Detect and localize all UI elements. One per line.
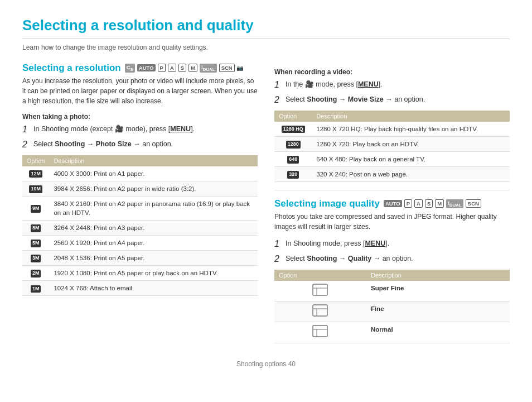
- mode-m: M: [188, 64, 197, 72]
- option-icon: 1M: [22, 281, 49, 296]
- option-icon: 8M: [22, 220, 49, 235]
- option-icon: 10M: [22, 181, 49, 196]
- video-mode-icon-2: 🎥: [305, 80, 314, 88]
- option-desc: 3984 X 2656: Print on A2 paper in wide r…: [49, 181, 258, 196]
- mode-icons-quality: AUTO P A S M iDUAL SCN: [383, 199, 482, 208]
- page-title: Selecting a resolution and quality: [22, 17, 510, 39]
- quality-title-text: Selecting image quality: [274, 198, 380, 209]
- table-row: 1280 1280 X 720: Play back on an HDTV.: [274, 136, 510, 151]
- photo-table-col1: Option: [22, 155, 49, 166]
- quality-mode-p: P: [404, 199, 412, 208]
- photo-table-col2: Description: [49, 155, 258, 166]
- option-icon: 1280 HQ: [274, 122, 312, 137]
- quality-mode-a: A: [414, 199, 423, 208]
- option-icon: [274, 322, 366, 343]
- video-step-num-2: 2: [274, 94, 282, 106]
- video-step-text-1: In the 🎥 mode, press [MENU].: [286, 79, 383, 90]
- resolution-section-title: Selecting a resolution CS AUTO P A S M i…: [22, 63, 258, 74]
- quality-mode-s: S: [425, 199, 433, 208]
- option-desc: 1920 X 1080: Print on A5 paper or play b…: [49, 266, 258, 281]
- svg-rect-3: [313, 305, 327, 316]
- option-desc: 640 X 480: Play back on a general TV.: [312, 151, 510, 166]
- quality-step-text-1: In Shooting mode, press [MENU].: [286, 238, 389, 249]
- page-footer: Shooting options 40: [22, 360, 510, 368]
- option-desc: 1024 X 768: Attach to email.: [49, 281, 258, 296]
- photo-step-2: 2 Select Shooting → Photo Size → an opti…: [22, 139, 258, 151]
- menu-key-1: MENU: [170, 125, 191, 133]
- option-desc: 3840 X 2160: Print on A2 paper in panora…: [49, 196, 258, 220]
- mode-icons-resolution: CS AUTO P A S M iDUAL SCN 📷: [124, 64, 243, 73]
- table-row: Super Fine: [274, 281, 510, 302]
- option-desc: Normal: [366, 322, 510, 343]
- option-icon: [274, 281, 366, 302]
- photo-heading: When taking a photo:: [22, 113, 258, 121]
- svg-rect-6: [313, 326, 327, 337]
- option-icon: 3M: [22, 251, 49, 266]
- mode-cs: CS: [125, 64, 135, 73]
- option-desc: 320 X 240: Post on a web page.: [312, 166, 510, 181]
- quality-table: Option Description Super Fine: [274, 270, 510, 343]
- option-icon: 640: [274, 151, 312, 166]
- option-desc: 3264 X 2448: Print on A3 paper.: [49, 220, 258, 235]
- quality-step-1: 1 In Shooting mode, press [MENU].: [274, 238, 510, 250]
- option-desc: 4000 X 3000: Print on A1 paper.: [49, 166, 258, 181]
- step-text-1: In Shooting mode (except 🎥 mode), press …: [33, 124, 195, 135]
- video-step-num-1: 1: [274, 79, 282, 91]
- quality-step-num-2: 2: [274, 253, 282, 265]
- option-desc: Fine: [366, 301, 510, 322]
- option-icon: 1280: [274, 136, 312, 151]
- left-column: Selecting a resolution CS AUTO P A S M i…: [22, 63, 258, 349]
- table-row: 1280 HQ 1280 X 720 HQ: Play back high-qu…: [274, 122, 510, 137]
- option-icon: 5M: [22, 236, 49, 251]
- quality-step-2: 2 Select Shooting → Quality → an option.: [274, 253, 510, 265]
- table-row: 9M 3840 X 2160: Print on A2 paper in pan…: [22, 196, 258, 220]
- menu-key-quality-1: MENU: [365, 240, 385, 247]
- step-num-2: 2: [22, 139, 30, 151]
- mode-extra-icon: 📷: [236, 65, 243, 71]
- table-row: 320 320 X 240: Post on a web page.: [274, 166, 510, 181]
- video-step-1: 1 In the 🎥 mode, press [MENU].: [274, 79, 510, 91]
- quality-table-col1: Option: [274, 270, 366, 281]
- section-divider: [274, 190, 510, 190]
- quality-step-text-2: Select Shooting → Quality → an option.: [286, 253, 413, 264]
- table-row: 640 640 X 480: Play back on a general TV…: [274, 151, 510, 166]
- video-table-col2: Description: [312, 111, 510, 122]
- quality-step-num-1: 1: [274, 238, 282, 250]
- table-row: 5M 2560 X 1920: Print on A4 paper.: [22, 236, 258, 251]
- quality-section-title: Selecting image quality AUTO P A S M iDU…: [274, 198, 510, 209]
- video-step-2: 2 Select Shooting → Movie Size → an opti…: [274, 94, 510, 106]
- page-container: Selecting a resolution and quality Learn…: [22, 17, 510, 368]
- option-desc: 1280 X 720 HQ: Play back high-quality fi…: [312, 122, 510, 137]
- option-icon: 320: [274, 166, 312, 181]
- quality-mode-scn: SCN: [466, 199, 481, 208]
- table-row: 12M 4000 X 3000: Print on A1 paper.: [22, 166, 258, 181]
- video-mode-icon: 🎥: [115, 125, 124, 133]
- resolution-title-text: Selecting a resolution: [22, 63, 121, 74]
- quality-mode-auto: AUTO: [384, 200, 402, 207]
- video-size-table: Option Description 1280 HQ 1280 X 720 HQ…: [274, 111, 510, 182]
- table-row: Fine: [274, 301, 510, 322]
- table-row: 3M 2048 X 1536: Print on A5 paper.: [22, 251, 258, 266]
- option-icon: 2M: [22, 266, 49, 281]
- table-row: 2M 1920 X 1080: Print on A5 paper or pla…: [22, 266, 258, 281]
- video-table-col1: Option: [274, 111, 312, 122]
- table-row: 10M 3984 X 2656: Print on A2 paper in wi…: [22, 181, 258, 196]
- quality-icon-svg: [312, 284, 328, 296]
- mode-s: S: [178, 64, 186, 72]
- page-subtitle: Learn how to change the image resolution…: [22, 44, 510, 51]
- step-num-1: 1: [22, 124, 30, 136]
- right-column: When recording a video: 1 In the 🎥 mode,…: [274, 63, 510, 349]
- quality-description: Photos you take are compressed and saved…: [274, 212, 510, 232]
- option-icon: [274, 301, 366, 322]
- table-row: 1M 1024 X 768: Attach to email.: [22, 281, 258, 296]
- menu-key-video-1: MENU: [358, 80, 379, 88]
- option-desc: 2560 X 1920: Print on A4 paper.: [49, 236, 258, 251]
- svg-rect-0: [313, 284, 327, 295]
- mode-a: A: [168, 64, 176, 72]
- option-icon: 12M: [22, 166, 49, 181]
- quality-mode-dual: iDUAL: [446, 199, 463, 208]
- mode-scn: SCN: [219, 64, 235, 72]
- video-heading: When recording a video:: [274, 68, 510, 76]
- two-column-layout: Selecting a resolution CS AUTO P A S M i…: [22, 63, 510, 349]
- mode-p: P: [158, 64, 166, 72]
